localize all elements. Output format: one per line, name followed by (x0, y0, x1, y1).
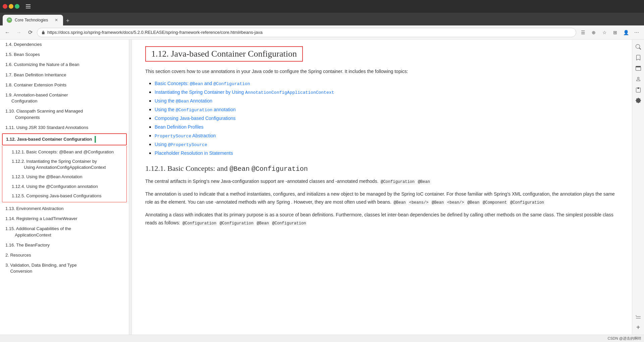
settings-icon-button[interactable] (634, 96, 643, 105)
wallet-icon-button[interactable] (634, 64, 643, 73)
plus-icon-button[interactable]: + (634, 323, 643, 332)
sidebar-item-additional-cap[interactable]: 1.15. Additional Capabilities of the App… (0, 224, 129, 240)
toc-item-bean-annotation: Using the @Bean Annotation (155, 98, 619, 104)
sidebar-sub-box: 1.12.1. Basic Concepts: @Bean and @Confi… (2, 146, 127, 202)
tab-title: Core Technologies (15, 18, 51, 22)
active-tab[interactable]: 🍃 Core Technologies ✕ (3, 15, 63, 25)
toc-list: Basic Concepts: @Bean and @Configuration… (145, 80, 619, 156)
sidebar-item-bean-scopes[interactable]: 1.5. Bean Scopes (0, 50, 129, 60)
sidebar-item-jsr330[interactable]: 1.11. Using JSR 330 Standard Annotations (0, 123, 129, 133)
toc-item-bean-def-profiles: Bean Definition Profiles (155, 124, 619, 130)
active-marker (95, 136, 96, 143)
subsection-heading-basic-concepts: 1.12.1. Basic Concepts: and @Bean @Confi… (145, 164, 619, 173)
toc-item-config-annotation: Using the @Configuration annotation (155, 107, 619, 113)
reader-view-button[interactable]: ☰ (578, 28, 588, 37)
main-layout: 1.4. Dependencies 1.5. Bean Scopes 1.6. … (0, 40, 644, 335)
new-tab-button[interactable]: + (63, 16, 72, 25)
search-icon-button[interactable] (634, 42, 643, 52)
sidebar: 1.4. Dependencies 1.5. Bean Scopes 1.6. … (0, 40, 129, 335)
sidebar-subitem-composing[interactable]: 1.12.5. Composing Java-based Configurati… (2, 191, 126, 201)
sidebar-item-beanfactory[interactable]: 1.16. The BeanFactory (0, 240, 129, 250)
toc-item-propertysource: PropertySource Abstraction (155, 133, 619, 139)
forward-button[interactable]: → (14, 28, 23, 37)
sidebar-item-dependencies[interactable]: 1.4. Dependencies (0, 40, 129, 50)
toc-link-bean-def-profiles[interactable]: Bean Definition Profiles (155, 124, 204, 130)
sidebar-item-env-abstraction[interactable]: 1.13. Environment Abstraction (0, 204, 129, 214)
person-icon-button[interactable] (634, 74, 643, 84)
toc-link-composing[interactable]: Composing Java-based Configurations (155, 116, 235, 121)
close-button[interactable] (3, 4, 7, 9)
refresh-button[interactable]: ⟳ (25, 28, 35, 37)
section-heading: 1.12. Java-based Container Configuration (145, 46, 303, 62)
toc-link-using-propertysource[interactable]: Using @PropertySource (155, 142, 207, 147)
para-annotation-used: The annotation is used to indicate that … (145, 190, 619, 206)
browser-chrome (0, 0, 644, 13)
sidebar-item-classpath[interactable]: 1.10. Classpath Scanning and Managed Com… (0, 106, 129, 122)
favorite-button[interactable]: ☆ (600, 28, 609, 37)
window-controls (3, 4, 19, 9)
toc-item-placeholder: Placeholder Resolution in Statements (155, 150, 619, 156)
minimize-button[interactable] (9, 4, 13, 9)
active-item-label: 1.12. Java-based Container Configuration (6, 137, 92, 142)
toc-link-placeholder[interactable]: Placeholder Resolution in Statements (155, 150, 233, 156)
nav-icons: ☰ ⊕ ☆ ⊞ 👤 ⋯ (578, 28, 641, 37)
toc-item-using-propertysource: Using @PropertySource (155, 141, 619, 147)
sidebar-subitem-configuration-annotation[interactable]: 1.12.4. Using the @Configuration annotat… (2, 182, 126, 191)
sidebar-subitem-bean-annotation[interactable]: 1.12.3. Using the @Bean Annotation (2, 172, 126, 182)
sidebar-scrollbar[interactable] (129, 40, 132, 335)
tab-close-button[interactable]: ✕ (54, 17, 59, 23)
sidebar-item-container-ext[interactable]: 1.8. Container Extension Points (0, 80, 129, 90)
status-bar: CSDN @进击的啊咩 (0, 335, 644, 342)
svg-rect-1 (26, 6, 31, 7)
toc-link-propertysource[interactable]: PropertySource Abstraction (155, 133, 216, 138)
svg-rect-2 (26, 8, 31, 8)
account-button[interactable]: 👤 (621, 28, 631, 37)
back-button[interactable]: ← (3, 28, 12, 37)
sidebar-item-resources[interactable]: 2. Resources (0, 250, 129, 260)
status-right: CSDN @进击的啊咩 (608, 336, 641, 341)
para-annotating-class: Annotating a class with indicates that i… (145, 211, 619, 227)
copy-icon-button[interactable] (634, 85, 643, 94)
sidebar-item-loadtime[interactable]: 1.14. Registering a LoadTimeWeaver (0, 214, 129, 224)
sidebar-item-bean-def-inheritance[interactable]: 1.7. Bean Definition Inheritance (0, 70, 129, 80)
active-item-box: 1.12. Java-based Container Configuration (2, 133, 127, 145)
para-central-artifacts: The central artifacts in Spring's new Ja… (145, 178, 619, 186)
more-button[interactable]: ⋯ (632, 28, 641, 37)
toc-link-instantiating[interactable]: Instantiating the Spring Container by Us… (155, 89, 334, 95)
toc-item-basic-concepts: Basic Concepts: @Bean and @Configuration (155, 80, 619, 86)
toc-item-instantiating: Instantiating the Spring Container by Us… (155, 89, 619, 95)
sidebar-toggle-button[interactable] (23, 2, 33, 11)
tab-bar: 🍃 Core Technologies ✕ + (0, 13, 644, 25)
svg-rect-0 (26, 4, 31, 5)
intro-text: This section covers how to use annotatio… (145, 68, 619, 75)
toc-link-config-annotation[interactable]: Using the @Configuration annotation (155, 107, 236, 112)
sidebar-subitem-instantiating[interactable]: 1.12.2. Instantiating the Spring Contain… (2, 157, 126, 172)
maximize-button[interactable] (15, 4, 19, 9)
bookmark-icon-button[interactable] (634, 53, 643, 62)
tab-favicon: 🍃 (7, 17, 12, 23)
url-input[interactable] (47, 30, 572, 35)
lock-icon (41, 30, 45, 35)
resize-icon-button[interactable] (634, 312, 643, 321)
collections-button[interactable]: ⊞ (610, 28, 620, 37)
sidebar-item-annotation-based[interactable]: 1.9. Annotation-based Container Configur… (0, 90, 129, 106)
sidebar-item-java-config[interactable]: 1.12. Java-based Container Configuration (3, 134, 126, 145)
translate-button[interactable]: ⊕ (589, 28, 598, 37)
sidebar-item-validation[interactable]: 3. Validation, Data Binding, and Type Co… (0, 260, 129, 276)
sidebar-subitem-basic-concepts[interactable]: 1.12.1. Basic Concepts: @Bean and @Confi… (2, 147, 126, 157)
toc-link-bean-annotation[interactable]: Using the @Bean Annotation (155, 98, 212, 104)
toc-item-composing: Composing Java-based Configurations (155, 115, 619, 121)
content-area: 1.12. Java-based Container Configuration… (132, 40, 632, 335)
nav-bar: ← → ⟳ ☰ ⊕ ☆ ⊞ 👤 ⋯ (0, 25, 644, 40)
sidebar-item-customizing[interactable]: 1.6. Customizing the Nature of a Bean (0, 60, 129, 70)
toc-link-basic-concepts[interactable]: Basic Concepts: @Bean and @Configuration (155, 81, 250, 86)
right-sidebar: + (632, 40, 644, 335)
address-bar[interactable] (37, 28, 576, 37)
